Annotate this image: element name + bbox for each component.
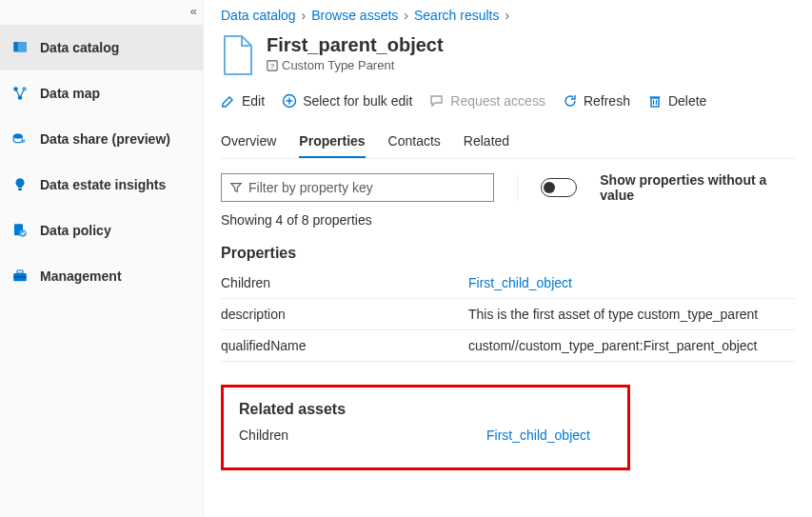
asset-type-label: Custom Type Parent	[282, 58, 394, 72]
toggle-label: Show properties without a value	[600, 172, 795, 203]
property-row: qualifiedName custom//custom_type_parent…	[221, 330, 795, 362]
svg-line-6	[21, 90, 24, 96]
property-key: qualifiedName	[221, 338, 468, 353]
sidebar-item-label: Data map	[40, 86, 100, 101]
toolbox-icon	[11, 268, 29, 285]
related-value-link[interactable]: First_child_object	[486, 428, 612, 443]
sidebar-item-label: Data share (preview)	[40, 131, 170, 147]
chevron-right-icon: ›	[404, 8, 408, 23]
breadcrumb: Data catalog › Browse assets › Search re…	[221, 8, 795, 23]
property-key: description	[221, 307, 468, 322]
property-value: This is the first asset of type custom_t…	[468, 307, 795, 322]
showing-count: Showing 4 of 8 properties	[221, 212, 795, 228]
svg-rect-9	[18, 189, 22, 190]
share-icon	[11, 130, 29, 148]
sidebar: « Data catalog Data map Data share (prev…	[0, 0, 204, 517]
related-row: Children First_child_object	[239, 428, 612, 443]
asset-title: First_parent_object	[267, 34, 444, 56]
breadcrumb-link[interactable]: Search results	[414, 8, 499, 23]
catalog-icon	[11, 39, 29, 56]
breadcrumb-link[interactable]: Browse assets	[311, 8, 398, 23]
sidebar-item-insights[interactable]: Data estate insights	[0, 162, 203, 208]
filter-icon	[229, 181, 243, 194]
filter-input[interactable]	[248, 180, 485, 195]
svg-rect-1	[18, 42, 27, 52]
sidebar-item-label: Data catalog	[40, 40, 119, 55]
svg-rect-13	[17, 270, 23, 273]
svg-point-2	[13, 87, 18, 91]
show-empty-toggle[interactable]	[541, 178, 577, 197]
property-value-link[interactable]: First_child_object	[468, 275, 795, 290]
refresh-button[interactable]: Refresh	[563, 93, 630, 109]
request-access-button: Request access	[429, 93, 545, 109]
map-icon	[11, 85, 29, 102]
bulb-icon	[11, 176, 29, 193]
delete-button[interactable]: Delete	[647, 93, 706, 109]
tab-related[interactable]: Related	[464, 126, 509, 158]
filter-input-wrapper[interactable]	[221, 173, 494, 202]
tab-contacts[interactable]: Contacts	[388, 126, 441, 158]
bulk-edit-button[interactable]: Select for bulk edit	[282, 93, 412, 109]
svg-line-5	[16, 90, 19, 96]
breadcrumb-link[interactable]: Data catalog	[221, 8, 296, 23]
property-row: Children First_child_object	[221, 268, 795, 299]
sidebar-item-label: Data estate insights	[40, 177, 166, 192]
sidebar-item-policy[interactable]: Data policy	[0, 208, 203, 253]
edit-button[interactable]: Edit	[221, 93, 265, 109]
divider	[517, 174, 518, 201]
sidebar-item-catalog[interactable]: Data catalog	[0, 25, 203, 70]
svg-text:?: ?	[270, 61, 274, 70]
related-heading: Related assets	[239, 401, 612, 418]
related-assets-box: Related assets Children First_child_obje…	[221, 385, 630, 470]
main-content: Data catalog › Browse assets › Search re…	[204, 0, 812, 517]
sidebar-item-label: Data policy	[40, 223, 111, 238]
sidebar-item-map[interactable]: Data map	[0, 70, 203, 116]
policy-icon	[11, 222, 29, 239]
properties-table: Children First_child_object description …	[221, 268, 795, 362]
file-icon	[221, 34, 255, 76]
svg-point-4	[18, 95, 23, 100]
tab-overview[interactable]: Overview	[221, 126, 276, 158]
properties-heading: Properties	[221, 245, 795, 262]
collapse-sidebar-button[interactable]: «	[190, 4, 197, 18]
property-key: Children	[221, 275, 468, 290]
svg-rect-14	[13, 276, 27, 278]
chevron-right-icon: ›	[302, 8, 307, 23]
property-row: description This is the first asset of t…	[221, 299, 795, 330]
custom-type-icon: ?	[267, 60, 278, 71]
property-value: custom//custom_type_parent:First_parent_…	[468, 338, 795, 353]
sidebar-item-label: Management	[40, 268, 122, 284]
related-key: Children	[239, 428, 486, 443]
sidebar-item-share[interactable]: Data share (preview)	[0, 116, 203, 162]
tab-properties[interactable]: Properties	[299, 126, 365, 158]
svg-point-3	[22, 87, 27, 91]
chevron-right-icon: ›	[505, 8, 509, 23]
svg-rect-20	[651, 98, 659, 107]
sidebar-item-management[interactable]: Management	[0, 253, 203, 299]
